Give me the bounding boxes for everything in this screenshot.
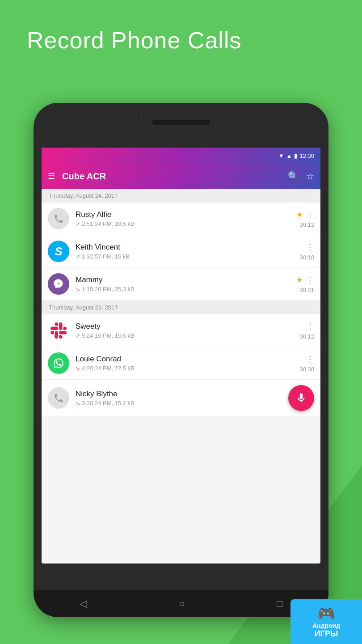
call-meta: ★ ⋮ 00:13 bbox=[296, 210, 314, 228]
call-name: Sweety bbox=[76, 322, 299, 331]
signal-icon: ▲ bbox=[286, 153, 292, 159]
call-duration: 00:30 bbox=[299, 366, 314, 373]
back-nav-icon[interactable]: ◁ bbox=[80, 598, 87, 610]
call-name: Louie Conrad bbox=[76, 355, 299, 364]
call-duration: 00:21 bbox=[299, 287, 314, 293]
recents-nav-icon[interactable]: □ bbox=[277, 598, 282, 610]
call-item-louie-conrad[interactable]: Louie Conrad ↘ 4:20:24 PM, 22.5 kB ⋮ 00:… bbox=[42, 347, 320, 380]
call-details: ↗ 2:51:24 PM, 20.5 kB bbox=[76, 220, 296, 227]
page-title: Record Phone Calls bbox=[27, 27, 241, 54]
status-icons: ▼ ▲ ▮ 12:30 bbox=[278, 153, 314, 159]
call-item-sweety[interactable]: Sweety ↗ 5:24:15 PM, 15.5 kB ⋮ 00:12 bbox=[42, 314, 320, 347]
call-direction-arrow: ↗ bbox=[76, 333, 80, 339]
home-nav-icon[interactable]: ○ bbox=[179, 598, 185, 610]
star-icon[interactable]: ★ bbox=[296, 275, 303, 284]
call-info-mammy: Mammy ↘ 1:15:20 PM, 25.3 kB bbox=[76, 275, 296, 292]
more-options-icon[interactable]: ⋮ bbox=[306, 210, 314, 220]
call-meta: ★ ⋮ 00:21 bbox=[296, 275, 314, 293]
call-duration: 00:13 bbox=[299, 221, 314, 228]
android-games-badge: 🎮 Андроид ИГРЫ bbox=[290, 599, 362, 644]
call-actions: ⋮ bbox=[306, 322, 314, 331]
call-details: ↘ 3:30:24 PM, 15.2 kB bbox=[76, 400, 288, 407]
call-meta: ⋮ 00:30 bbox=[299, 354, 314, 373]
avatar-louie-conrad bbox=[48, 352, 69, 374]
call-actions: ★ ⋮ bbox=[296, 210, 314, 220]
search-icon[interactable]: 🔍 bbox=[288, 171, 299, 182]
call-details: ↗ 5:24:15 PM, 15.5 kB bbox=[76, 332, 299, 339]
call-item-keith-vincent[interactable]: S Keith Vincent ↗ 1:32:57 PM, 15 kB ⋮ 00… bbox=[42, 235, 320, 268]
call-name: Nicky Blythe bbox=[76, 390, 288, 398]
avatar-sweety bbox=[48, 320, 69, 341]
avatar-mammy bbox=[48, 273, 69, 295]
call-info-sweety: Sweety ↗ 5:24:15 PM, 15.5 kB bbox=[76, 322, 299, 339]
avatar-rusty-alfie bbox=[48, 208, 69, 229]
call-meta: ⋮ 00:10 bbox=[299, 242, 314, 261]
call-duration: 00:10 bbox=[299, 254, 314, 261]
call-name: Rusty Alfie bbox=[76, 210, 296, 219]
battery-icon: ▮ bbox=[294, 153, 297, 159]
status-time: 12:30 bbox=[299, 153, 314, 159]
call-item-nicky-blythe[interactable]: Nicky Blythe ↘ 3:30:24 PM, 15.2 kB bbox=[42, 380, 320, 417]
star-icon[interactable]: ★ bbox=[296, 210, 303, 219]
more-options-icon[interactable]: ⋮ bbox=[306, 354, 314, 364]
android-badge-text-1: Андроид bbox=[312, 622, 340, 629]
app-bar: ☰ Cube ACR 🔍 ☆ bbox=[42, 164, 320, 189]
more-options-icon[interactable]: ⋮ bbox=[306, 242, 314, 252]
call-info-rusty-alfie: Rusty Alfie ↗ 2:51:24 PM, 20.5 kB bbox=[76, 210, 296, 227]
call-details: ↘ 1:15:20 PM, 25.3 kB bbox=[76, 286, 296, 292]
status-bar: ▼ ▲ ▮ 12:30 bbox=[42, 148, 320, 164]
nav-bar: ◁ ○ □ bbox=[34, 590, 328, 617]
date-header-2: Thursday, August 23, 2017 bbox=[42, 301, 320, 314]
call-name: Keith Vincent bbox=[76, 243, 299, 252]
call-info-keith-vincent: Keith Vincent ↗ 1:32:57 PM, 15 kB bbox=[76, 243, 299, 260]
call-item-mammy[interactable]: Mammy ↘ 1:15:20 PM, 25.3 kB ★ ⋮ 00:21 bbox=[42, 268, 320, 301]
call-actions: ⋮ bbox=[306, 354, 314, 364]
call-info-louie-conrad: Louie Conrad ↘ 4:20:24 PM, 22.5 kB bbox=[76, 355, 299, 372]
call-direction-arrow: ↘ bbox=[76, 286, 80, 292]
call-details: ↗ 1:32:57 PM, 15 kB bbox=[76, 253, 299, 260]
avatar-keith-vincent: S bbox=[48, 241, 69, 262]
call-actions: ⋮ bbox=[306, 242, 314, 252]
app-title: Cube ACR bbox=[62, 171, 281, 182]
call-item-rusty-alfie[interactable]: Rusty Alfie ↗ 2:51:24 PM, 20.5 kB ★ ⋮ 00… bbox=[42, 203, 320, 235]
wifi-icon: ▼ bbox=[278, 153, 284, 159]
call-meta-nicky bbox=[288, 385, 314, 411]
more-options-icon[interactable]: ⋮ bbox=[306, 322, 314, 331]
avatar-nicky-blythe bbox=[48, 387, 69, 409]
mic-fab-button[interactable] bbox=[288, 385, 314, 411]
call-name: Mammy bbox=[76, 275, 296, 284]
call-info-nicky-blythe: Nicky Blythe ↘ 3:30:24 PM, 15.2 kB bbox=[76, 390, 288, 407]
call-direction-arrow: ↘ bbox=[76, 400, 80, 407]
front-camera bbox=[136, 113, 141, 117]
phone-mockup: ▼ ▲ ▮ 12:30 ☰ Cube ACR 🔍 ☆ Thursday, Aug… bbox=[34, 103, 328, 617]
phone-body: ▼ ▲ ▮ 12:30 ☰ Cube ACR 🔍 ☆ Thursday, Aug… bbox=[34, 103, 328, 617]
android-badge-text-2: ИГРЫ bbox=[315, 629, 338, 639]
call-details: ↘ 4:20:24 PM, 22.5 kB bbox=[76, 365, 299, 372]
call-direction-arrow: ↘ bbox=[76, 365, 80, 372]
call-duration: 00:12 bbox=[299, 333, 314, 340]
call-actions: ★ ⋮ bbox=[296, 275, 314, 285]
more-options-icon[interactable]: ⋮ bbox=[306, 275, 314, 285]
call-direction-arrow: ↗ bbox=[76, 221, 80, 227]
menu-icon[interactable]: ☰ bbox=[48, 171, 55, 181]
call-direction-arrow: ↗ bbox=[76, 254, 80, 260]
date-header-1: Thursday, August 24, 2017 bbox=[42, 189, 320, 203]
phone-screen: ▼ ▲ ▮ 12:30 ☰ Cube ACR 🔍 ☆ Thursday, Aug… bbox=[42, 148, 320, 564]
speaker-grill bbox=[152, 120, 210, 125]
favorites-icon[interactable]: ☆ bbox=[306, 171, 314, 182]
call-meta: ⋮ 00:12 bbox=[299, 322, 314, 340]
